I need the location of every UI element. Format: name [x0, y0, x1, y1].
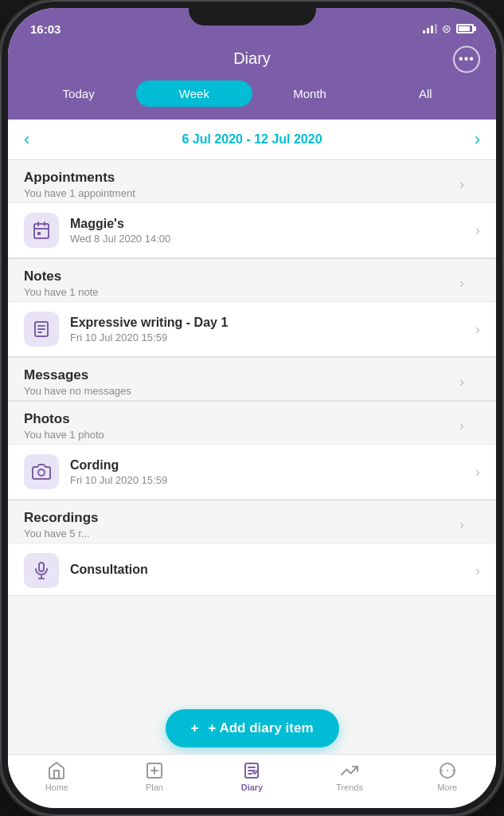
date-range-label: 6 Jul 2020 - 12 Jul 2020	[182, 132, 322, 147]
mic-icon	[24, 553, 59, 588]
recordings-chevron-icon: ›	[459, 516, 464, 533]
appointment-maggies-content: Maggie's Wed 8 Jul 2020 14:00	[70, 217, 469, 245]
tab-week[interactable]: Week	[136, 80, 252, 107]
recordings-subtitle: You have 5 r...	[24, 528, 99, 539]
screen: 16:03 ⊜ Diary ••• Tod	[8, 8, 496, 808]
date-navigation: ‹ 6 Jul 2020 - 12 Jul 2020 ›	[8, 120, 496, 160]
tab-today[interactable]: Today	[21, 80, 136, 107]
appointment-maggies-subtitle: Wed 8 Jul 2020 14:00	[70, 233, 469, 245]
signal-icon	[423, 24, 437, 33]
nav-item-diary[interactable]: Diary	[203, 761, 301, 792]
appointments-title: Appointments	[24, 170, 135, 186]
view-tabs: Today Week Month All	[8, 80, 496, 120]
svg-point-9	[38, 469, 45, 476]
appointments-section: Appointments You have 1 appointment ›	[8, 160, 496, 259]
note-expressive-content: Expressive writing - Day 1 Fri 10 Jul 20…	[70, 316, 469, 343]
tab-all[interactable]: All	[368, 80, 483, 107]
note-expressive-title: Expressive writing - Day 1	[70, 316, 469, 330]
nav-item-more[interactable]: More	[398, 761, 496, 792]
status-icons: ⊜	[423, 22, 474, 35]
notes-chevron-icon: ›	[459, 275, 464, 292]
appointment-maggies-title: Maggie's	[70, 217, 469, 231]
tab-month[interactable]: Month	[252, 80, 368, 107]
notes-title: Notes	[24, 269, 99, 284]
header: Diary •••	[8, 43, 496, 80]
nav-item-trends[interactable]: Trends	[301, 761, 399, 792]
battery-icon	[456, 24, 474, 33]
nav-diary-label: Diary	[241, 783, 264, 792]
note-item-expressive[interactable]: Expressive writing - Day 1 Fri 10 Jul 20…	[8, 302, 496, 357]
phone-frame: 16:03 ⊜ Diary ••• Tod	[0, 0, 504, 816]
recording-item-chevron-icon: ›	[475, 563, 480, 579]
messages-chevron-icon: ›	[459, 374, 464, 390]
photo-cording-content: Cording Fri 10 Jul 2020 15:59	[70, 458, 469, 486]
photos-section: Photos You have 1 photo › Cordi	[8, 402, 496, 500]
home-icon	[47, 761, 66, 780]
appointments-subtitle: You have 1 appointment	[24, 187, 135, 199]
messages-subtitle: You have no messages	[24, 385, 131, 397]
note-icon	[24, 312, 59, 347]
recording-item-consultation[interactable]: Consultation ›	[8, 543, 496, 596]
notch	[189, 0, 316, 26]
nav-more-label: More	[437, 783, 457, 792]
next-date-button[interactable]: ›	[475, 129, 480, 150]
more-nav-icon	[438, 761, 457, 780]
plan-icon	[145, 761, 164, 780]
calendar-icon	[24, 213, 59, 248]
notes-header[interactable]: Notes You have 1 note ›	[8, 259, 496, 302]
prev-date-button[interactable]: ‹	[24, 129, 29, 150]
recording-consultation-content: Consultation	[70, 563, 469, 579]
add-diary-item-label: + Add diary item	[208, 720, 313, 736]
messages-title: Messages	[24, 367, 131, 383]
svg-point-20	[441, 770, 443, 771]
add-diary-item-button[interactable]: + + Add diary item	[165, 709, 338, 747]
photo-cording-subtitle: Fri 10 Jul 2020 15:59	[70, 474, 469, 486]
photos-chevron-icon: ›	[459, 418, 464, 434]
recordings-header[interactable]: Recordings You have 5 r... ›	[8, 500, 496, 543]
notes-subtitle: You have 1 note	[24, 286, 99, 298]
diary-content: Appointments You have 1 appointment ›	[8, 160, 496, 754]
wifi-icon: ⊜	[442, 22, 451, 35]
photo-item-chevron-icon: ›	[475, 464, 480, 481]
nav-item-plan[interactable]: Plan	[106, 761, 204, 792]
appointments-chevron-icon: ›	[459, 176, 464, 193]
nav-home-label: Home	[45, 783, 68, 792]
svg-point-21	[447, 770, 448, 771]
diary-icon	[242, 761, 261, 780]
add-icon: +	[190, 720, 198, 736]
recording-consultation-title: Consultation	[70, 563, 469, 577]
svg-rect-4	[37, 232, 41, 235]
more-options-button[interactable]: •••	[453, 45, 480, 73]
header-title: Diary	[233, 49, 271, 68]
appointment-item-maggies[interactable]: Maggie's Wed 8 Jul 2020 14:00 ›	[8, 203, 496, 258]
bottom-navigation: Home Plan Diary	[8, 754, 496, 808]
recordings-title: Recordings	[24, 510, 99, 526]
trends-icon	[340, 761, 359, 780]
photos-title: Photos	[24, 411, 104, 427]
notes-section: Notes You have 1 note ›	[8, 259, 496, 358]
appointment-item-chevron-icon: ›	[475, 222, 480, 239]
note-expressive-subtitle: Fri 10 Jul 2020 15:59	[70, 332, 469, 343]
svg-rect-10	[39, 563, 44, 571]
nav-item-home[interactable]: Home	[8, 761, 106, 792]
dots-icon: •••	[459, 52, 475, 65]
photos-subtitle: You have 1 photo	[24, 429, 104, 441]
recordings-section: Recordings You have 5 r... ›	[8, 500, 496, 596]
messages-header[interactable]: Messages You have no messages ›	[8, 358, 496, 401]
messages-section: Messages You have no messages ›	[8, 358, 496, 402]
nav-trends-label: Trends	[336, 783, 363, 792]
nav-plan-label: Plan	[146, 783, 163, 792]
status-time: 16:03	[30, 22, 61, 36]
note-item-chevron-icon: ›	[475, 321, 480, 338]
photo-cording-title: Cording	[70, 458, 469, 473]
appointments-header[interactable]: Appointments You have 1 appointment ›	[8, 160, 496, 203]
photos-header[interactable]: Photos You have 1 photo ›	[8, 402, 496, 445]
svg-point-22	[452, 770, 454, 771]
svg-rect-0	[34, 224, 49, 238]
photo-item-cording[interactable]: Cording Fri 10 Jul 2020 15:59 ›	[8, 445, 496, 500]
camera-icon	[24, 454, 59, 489]
